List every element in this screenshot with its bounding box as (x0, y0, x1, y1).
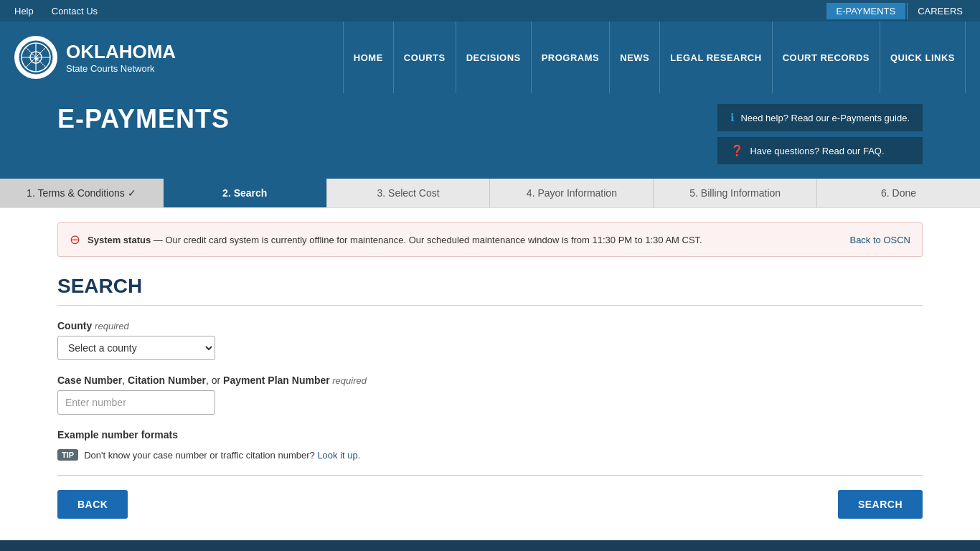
steps-bar: 1. Terms & Conditions ✓ 2. Search 3. Sel… (0, 179, 980, 208)
info-icon: ℹ (730, 111, 735, 124)
case-number-label: Case Number, Citation Number, or Payment… (57, 375, 923, 386)
search-section-title: SEARCH (57, 275, 923, 306)
case-required: required (330, 375, 367, 386)
nav-links: HOME COURTS DECISIONS PROGRAMS NEWS LEGA… (197, 22, 966, 93)
oscn-logo-icon: ★ (18, 39, 54, 75)
nav-quick-links[interactable]: QUICK LINKS (880, 22, 966, 93)
nav-courts[interactable]: COURTS (394, 22, 456, 93)
step-select-cost[interactable]: 3. Select Cost (327, 179, 491, 207)
nav-legal-research[interactable]: LEGAL RESEARCH (660, 22, 772, 93)
example-formats-label: Example number formats (57, 429, 923, 441)
logo-sub-name: State Courts Network (66, 63, 176, 74)
county-select[interactable]: Select a county Adair Alfalfa Atoka Cana… (57, 336, 215, 360)
footer: OSCN EMAIL: webmaster@oscn.net COURTS Su… (0, 540, 980, 551)
action-buttons: BACK SEARCH (57, 490, 923, 519)
back-to-oscn-link[interactable]: Back to OSCN (849, 235, 910, 245)
svg-text:★: ★ (34, 56, 39, 62)
tip-text: Don't know your case number or traffic c… (84, 450, 360, 461)
citation-number-bold: Citation Number (128, 375, 206, 386)
logo-state-name: OKLAHOMA (66, 41, 176, 63)
step-search[interactable]: 2. Search (164, 179, 327, 207)
careers-nav-link[interactable]: CAREERS (907, 3, 973, 19)
nav-home[interactable]: HOME (343, 22, 394, 93)
back-button[interactable]: BACK (57, 490, 128, 519)
tip-message: Don't know your case number or traffic c… (84, 450, 315, 461)
separator1: , (122, 375, 128, 386)
step-payor-info[interactable]: 4. Payor Information (490, 179, 654, 207)
question-icon: ❓ (730, 144, 744, 157)
step-done[interactable]: 6. Done (817, 179, 980, 207)
main-content: ⊖ System status — Our credit card system… (0, 208, 980, 540)
page-header: E-PAYMENTS ℹ Need help? Read our e-Payme… (0, 93, 980, 179)
status-text: System status — Our credit card system i… (88, 235, 842, 245)
nav-decisions[interactable]: DECISIONS (456, 22, 532, 93)
county-label: County required (57, 320, 923, 331)
case-number-input[interactable] (57, 390, 215, 415)
county-form-group: County required Select a county Adair Al… (57, 320, 923, 360)
help-epayments-guide-button[interactable]: ℹ Need help? Read our e-Payments guide. (717, 104, 923, 131)
help-buttons: ℹ Need help? Read our e-Payments guide. … (717, 104, 923, 164)
step-billing-info[interactable]: 5. Billing Information (654, 179, 817, 207)
status-message: — Our credit card system is currently of… (151, 235, 702, 245)
status-error-icon: ⊖ (70, 232, 80, 248)
help-faq-label: Have questions? Read our FAQ. (750, 146, 884, 156)
status-label: System status (88, 235, 151, 245)
form-divider (57, 475, 923, 476)
county-required: required (95, 321, 129, 331)
main-nav: ★ OKLAHOMA State Courts Network HOME COU… (0, 22, 980, 93)
step-terms[interactable]: 1. Terms & Conditions ✓ (0, 179, 164, 207)
tip-badge: TIP (57, 449, 78, 461)
separator2: , or (206, 375, 223, 386)
payment-plan-bold: Payment Plan Number (223, 375, 330, 386)
utility-bar-left: Help Contact Us (7, 3, 105, 19)
help-link[interactable]: Help (7, 3, 41, 19)
system-status-banner: ⊖ System status — Our credit card system… (57, 222, 923, 257)
logo-text: OKLAHOMA State Courts Network (66, 41, 176, 74)
page-title: E-PAYMENTS (57, 104, 230, 134)
case-number-bold: Case Number (57, 375, 122, 386)
nav-programs[interactable]: PROGRAMS (532, 22, 611, 93)
help-faq-button[interactable]: ❓ Have questions? Read our FAQ. (717, 137, 923, 164)
case-number-form-group: Case Number, Citation Number, or Payment… (57, 375, 923, 415)
help-guide-label: Need help? Read our e-Payments guide. (740, 113, 910, 123)
logo-circle: ★ (14, 36, 57, 79)
utility-bar: Help Contact Us E-PAYMENTS CAREERS (0, 0, 980, 22)
tip-row: TIP Don't know your case number or traff… (57, 449, 923, 461)
utility-bar-right: E-PAYMENTS CAREERS (826, 3, 973, 19)
search-button[interactable]: SEARCH (838, 490, 923, 519)
nav-court-records[interactable]: COURT RECORDS (773, 22, 880, 93)
look-it-up-link[interactable]: Look it up. (317, 450, 360, 461)
contact-us-link[interactable]: Contact Us (44, 3, 105, 19)
epayments-nav-link[interactable]: E-PAYMENTS (826, 3, 906, 19)
nav-news[interactable]: NEWS (610, 22, 660, 93)
logo-link[interactable]: ★ OKLAHOMA State Courts Network (14, 36, 176, 79)
